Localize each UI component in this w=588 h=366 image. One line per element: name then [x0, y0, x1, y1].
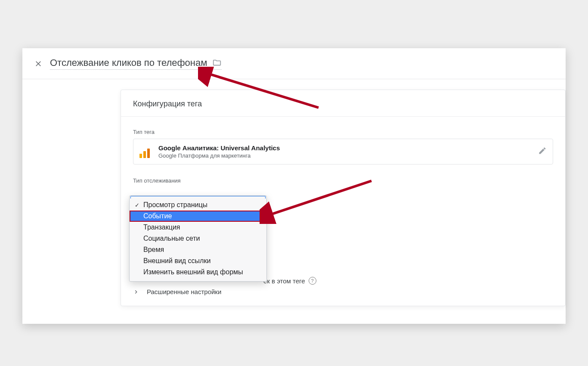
- dropdown-option-label: Транзакция: [143, 223, 180, 231]
- dropdown-option[interactable]: Транзакция: [130, 222, 266, 233]
- analytics-icon: [139, 145, 152, 158]
- dropdown-option[interactable]: Время: [130, 244, 266, 255]
- tag-sub: Google Платформа для маркетинга: [158, 152, 280, 159]
- pencil-icon: [538, 146, 547, 155]
- dropdown-option-label: Просмотр страницы: [143, 201, 207, 209]
- dropdown-option[interactable]: Внешний вид ссылки: [130, 255, 266, 267]
- tag-type-label: Тип тега: [133, 129, 553, 135]
- check-icon: ✓: [135, 202, 142, 208]
- panel-title: Конфигурация тега: [121, 90, 565, 117]
- override-settings-row[interactable]: ек в этом теге ?: [263, 277, 316, 285]
- tag-name: Google Аналитика: Universal Analytics: [158, 144, 280, 152]
- dropdown-option-label: Изменить внешний вид формы: [143, 268, 243, 276]
- help-icon[interactable]: ?: [309, 277, 316, 285]
- close-button[interactable]: [29, 55, 47, 73]
- edit-tag-button[interactable]: [538, 146, 547, 157]
- dropdown-option-label: Событие: [143, 212, 172, 220]
- advanced-settings-toggle[interactable]: Расширенные настройки: [133, 288, 553, 295]
- dropdown-option[interactable]: Изменить внешний вид формы: [130, 267, 266, 278]
- dropdown-option-label: Внешний вид ссылки: [143, 257, 210, 265]
- dropdown-option[interactable]: Событие: [130, 211, 266, 222]
- folder-icon: [212, 58, 222, 68]
- dialog-header: Отслежвание кликов по телефонам: [22, 48, 566, 79]
- dropdown-option[interactable]: ✓Просмотр страницы: [130, 199, 266, 211]
- tracking-type-dropdown[interactable]: ✓Просмотр страницыСобытиеТранзакцияСоциа…: [129, 195, 267, 282]
- tracking-type-label: Тип отслеживания: [133, 177, 553, 184]
- page-title: Отслежвание кликов по телефонам: [50, 57, 207, 68]
- dropdown-option-label: Время: [143, 246, 164, 254]
- tag-type-card[interactable]: Google Аналитика: Universal Analytics Go…: [133, 139, 553, 164]
- chevron-right-icon: [133, 289, 139, 295]
- dropdown-focus-ring: [130, 196, 266, 199]
- dropdown-option[interactable]: Социальные сети: [130, 233, 266, 244]
- title-input[interactable]: Отслежвание кликов по телефонам: [50, 57, 222, 70]
- dropdown-option-label: Социальные сети: [143, 235, 200, 242]
- close-icon: [34, 60, 42, 68]
- advanced-label: Расширенные настройки: [147, 288, 221, 295]
- override-suffix: ек в этом теге: [263, 277, 305, 285]
